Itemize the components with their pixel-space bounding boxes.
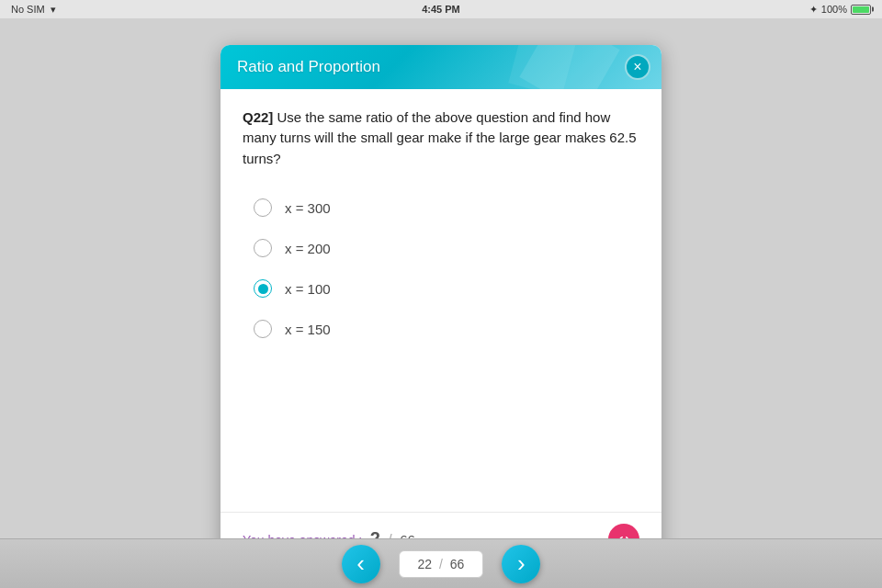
radio-a — [254, 198, 272, 217]
question-text: Q22] Use the same ratio of the above que… — [243, 107, 639, 170]
page-slash: / — [439, 557, 443, 571]
option-a-label: x = 300 — [285, 200, 331, 216]
quiz-card: Ratio and Proportion × Q22] Use the same… — [220, 45, 662, 566]
question-number: Q22] — [243, 109, 273, 125]
prev-icon — [356, 551, 365, 576]
options-list: x = 300 x = 200 x = 100 x = 150 — [243, 189, 639, 351]
status-left: No SIM ▾ — [11, 4, 56, 16]
card-header: Ratio and Proportion × — [220, 45, 662, 89]
nav-bar: 22 / 66 — [0, 538, 882, 588]
next-button[interactable] — [502, 545, 540, 583]
card-body: Q22] Use the same ratio of the above que… — [220, 89, 662, 493]
option-d[interactable]: x = 150 — [243, 311, 639, 347]
bluetooth-icon: ✦ — [809, 4, 818, 16]
page-indicator: 22 / 66 — [399, 550, 484, 578]
header-title: Ratio and Proportion — [237, 58, 380, 76]
option-a[interactable]: x = 300 — [243, 189, 639, 226]
radio-c — [254, 279, 272, 298]
question-body: Use the same ratio of the above question… — [243, 109, 637, 166]
close-button[interactable]: × — [625, 54, 650, 80]
radio-d — [254, 320, 272, 338]
wifi-icon: ▾ — [51, 4, 56, 16]
radio-b — [254, 239, 272, 257]
option-d-label: x = 150 — [285, 322, 331, 337]
carrier-label: No SIM — [11, 4, 45, 15]
status-right: ✦ 100% — [809, 4, 871, 16]
total-pages: 66 — [450, 557, 465, 571]
battery-indicator — [851, 5, 871, 15]
next-icon — [517, 551, 526, 576]
option-b[interactable]: x = 200 — [243, 230, 639, 266]
status-time: 4:45 PM — [422, 4, 460, 15]
option-c[interactable]: x = 100 — [243, 270, 639, 307]
radio-c-fill — [258, 284, 268, 294]
battery-pct: 100% — [821, 4, 847, 15]
option-b-label: x = 200 — [285, 241, 331, 256]
current-page: 22 — [418, 557, 433, 571]
prev-button[interactable] — [342, 545, 380, 583]
status-bar: No SIM ▾ 4:45 PM ✦ 100% — [0, 0, 882, 18]
option-c-label: x = 100 — [285, 281, 331, 297]
